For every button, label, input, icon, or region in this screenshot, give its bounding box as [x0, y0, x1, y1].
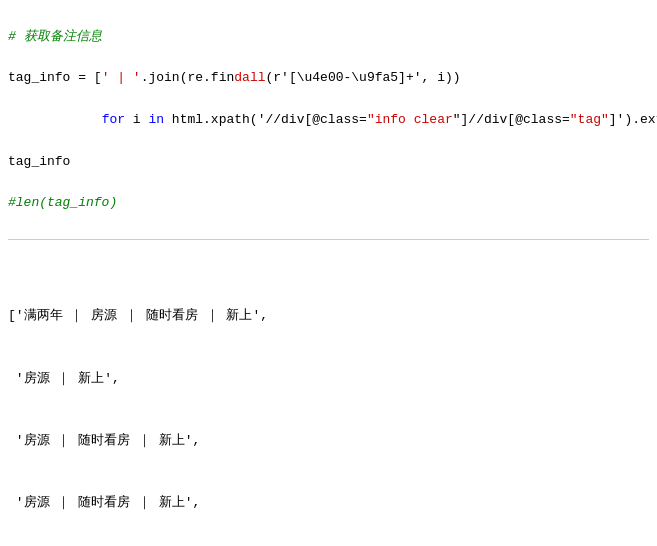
comment-text: # 获取备注信息 [8, 29, 102, 44]
output-line: ['满两年 ｜ 房源 ｜ 随时看房 ｜ 新上', [8, 306, 649, 327]
output-line: '房源 ｜ 随时看房 ｜ 新上', [8, 431, 649, 452]
divider [8, 239, 649, 240]
comment-line: # 获取备注信息 [8, 27, 649, 48]
highlight-info-text: info [375, 112, 406, 127]
code-editor: # 获取备注信息 tag_info = [' | '.join(re.finda… [0, 0, 657, 546]
output-line: '房源 ｜ 新上', [8, 369, 649, 390]
output-block: ['满两年 ｜ 房源 ｜ 随时看房 ｜ 新上', '房源 ｜ 新上', '房源 … [8, 265, 649, 546]
code-line-1: tag_info = [' | '.join(re.findall(r'[\u4… [8, 68, 649, 89]
code-line-4: #len(tag_info) [8, 193, 649, 214]
code-line-2: for i in html.xpath('//div[@class="info … [8, 110, 649, 131]
highlight-clear-text: clear [414, 112, 453, 127]
output-line: '房源 ｜ 随时看房 ｜ 新上', [8, 493, 649, 514]
code-line-3: tag_info [8, 152, 649, 173]
var-tag-info: tag_info [8, 70, 70, 85]
